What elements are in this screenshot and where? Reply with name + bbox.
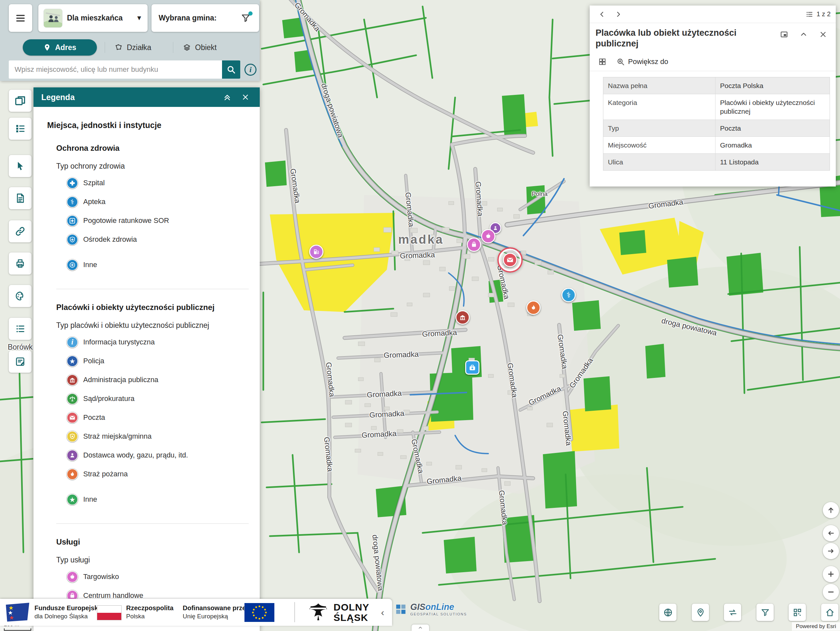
legend-section-subheading: Typ ochrony zdrowia <box>56 162 249 170</box>
top-control-panel: Dla mieszkańca ▼ Wybrana gmina: Adres Dz… <box>0 0 260 81</box>
palette-icon <box>15 290 26 301</box>
search-button[interactable] <box>222 60 240 79</box>
locate-button[interactable] <box>692 604 709 621</box>
attribute-label: Typ <box>603 120 715 136</box>
attribute-value: Poczta Polska <box>715 77 830 94</box>
pharmacy-icon: ⚕ <box>66 196 78 208</box>
gisonline-name: GISonLine <box>410 602 467 612</box>
popup-close-button[interactable] <box>816 28 831 41</box>
eu-funds-logo <box>4 601 31 623</box>
tool-layer-list-button[interactable] <box>9 318 32 340</box>
swipe-button[interactable] <box>724 604 741 621</box>
attribute-label: Kategoria <box>603 94 715 120</box>
legend-item-straz-pozarna: Straż pożarna <box>66 468 249 481</box>
popup-toolbar: Powiększ do <box>590 52 836 71</box>
gisonline-logo: GISonLine GEOSPATIAL SOLUTIONS <box>395 602 467 616</box>
legend-item-administracja: Administracja publiczna <box>66 373 249 386</box>
chevron-right-icon <box>614 10 622 18</box>
tab-dzialka[interactable]: Działka <box>114 39 151 55</box>
tool-link-button[interactable] <box>9 220 32 242</box>
related-grid-button[interactable] <box>595 55 610 69</box>
map-label: Gromadka <box>367 389 402 400</box>
zoom-to-button[interactable]: Powiększ do <box>613 55 672 68</box>
search-tabs: Adres Działka Obiekt <box>0 37 260 58</box>
legend-item-osrodek: Ośrodek zdrowia <box>66 233 249 246</box>
marker-administracja[interactable] <box>455 310 470 325</box>
layers-icon <box>183 43 191 52</box>
tool-panels-button[interactable] <box>9 90 32 112</box>
filter-button[interactable] <box>756 604 774 621</box>
legend-section-heading: Usługi <box>56 538 249 546</box>
legend-collapse-button[interactable] <box>221 91 234 104</box>
commune-filter[interactable]: Wybrana gmina: <box>152 4 259 32</box>
arrow-left-icon <box>827 529 835 538</box>
pager-text: 1 z 2 <box>816 10 831 18</box>
chevron-up-icon <box>799 30 808 39</box>
home-button[interactable] <box>821 604 838 621</box>
tool-basemap-button[interactable] <box>9 285 32 307</box>
tool-legend-button[interactable] <box>9 118 32 140</box>
pharmacy-glyph: ⚕ <box>567 291 571 299</box>
zoom-in-button[interactable] <box>823 566 839 582</box>
map-label-town: madka <box>398 233 444 247</box>
plus-icon <box>827 570 835 578</box>
tab-adres[interactable]: Adres <box>23 39 97 55</box>
document-icon <box>15 193 26 204</box>
layer-list-icon <box>15 323 26 334</box>
marker-targowisko[interactable] <box>481 229 496 243</box>
marker-osrodek-zdrowia[interactable] <box>465 360 480 375</box>
legend-item-pogotowie: Pogotowie ratunkowe SOR <box>66 214 249 227</box>
legend-icon <box>14 123 26 134</box>
marker-apteka[interactable]: ⚕ <box>561 288 576 302</box>
basemap-toggle-button[interactable] <box>659 604 676 621</box>
qr-code-icon <box>793 607 802 617</box>
menu-button[interactable] <box>9 4 32 32</box>
legend-item-sad: Sąd/prokuratura <box>66 392 249 405</box>
swap-arrows-icon <box>728 607 737 617</box>
dock-button[interactable] <box>777 28 791 41</box>
filter-icon <box>760 607 770 617</box>
search-input[interactable] <box>9 60 222 79</box>
legend-divider <box>56 289 249 289</box>
tab-obiekt-label: Obiekt <box>195 43 216 52</box>
gisonline-icon <box>395 603 407 615</box>
next-extent-button[interactable] <box>823 543 839 559</box>
tool-report-button[interactable] <box>9 187 32 209</box>
close-icon <box>819 30 827 39</box>
profile-selector[interactable]: Dla mieszkańca ▼ <box>38 4 148 32</box>
previous-extent-button[interactable] <box>823 525 839 541</box>
popup-title-actions <box>777 28 831 49</box>
qr-share-button[interactable] <box>789 604 806 621</box>
table-row: Nazwa pełna Poczta Polska <box>603 77 830 94</box>
scale-line <box>4 628 31 631</box>
tool-form-edit-button[interactable] <box>9 350 32 373</box>
other-health-icon <box>66 259 78 271</box>
next-feature-button[interactable] <box>611 8 625 21</box>
tool-select-button[interactable] <box>9 155 32 177</box>
legend-body: Miejsca, jednostki i instytucje Ochrona … <box>33 121 260 615</box>
marker-stacja-paliw[interactable] <box>309 245 324 259</box>
marker-poczta-selected[interactable] <box>503 253 517 267</box>
info-button[interactable]: i <box>245 64 256 76</box>
search-icon <box>226 65 236 74</box>
marker-straz-pozarna[interactable] <box>526 301 541 315</box>
eu-funds-text: Fundusze Europejskie dla Dolnego Śląska <box>35 604 103 620</box>
north-arrow-button[interactable] <box>823 502 839 518</box>
market-apple-icon <box>66 571 78 582</box>
map-label: Gromadka <box>400 251 435 260</box>
tab-obiekt[interactable]: Obiekt <box>183 39 216 55</box>
gisonline-tagline: GEOSPATIAL SOLUTIONS <box>410 612 467 616</box>
legend-header: Legenda <box>33 87 260 107</box>
profile-thumbnail <box>44 9 62 28</box>
legend-item-policja: ★ Policja <box>66 355 249 368</box>
marker-centrum-handlowe[interactable] <box>467 238 481 252</box>
tool-print-button[interactable] <box>9 252 32 274</box>
previous-feature-button[interactable] <box>595 8 609 21</box>
table-row: Kategoria Placówki i obiekty użytecznośc… <box>603 94 830 120</box>
footer-collapse-button[interactable]: ‹ <box>378 605 387 620</box>
select-cursor-icon <box>15 161 26 172</box>
collapse-button[interactable] <box>796 28 811 41</box>
bottom-panel-expander[interactable] <box>412 625 429 631</box>
zoom-out-button[interactable] <box>823 584 839 600</box>
legend-close-button[interactable] <box>239 91 252 104</box>
